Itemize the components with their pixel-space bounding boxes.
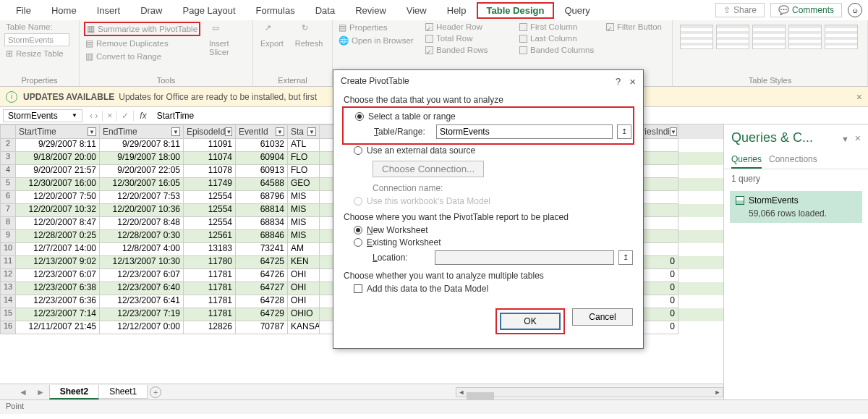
tab-query[interactable]: Query	[554, 2, 600, 19]
cell[interactable]: KEN	[288, 256, 320, 269]
cell[interactable]: 9/20/2007 22:05	[100, 165, 184, 178]
first-col-check[interactable]: First Column	[518, 22, 596, 32]
row-header[interactable]: 14	[0, 295, 16, 308]
cell[interactable]: 68846	[236, 230, 288, 243]
column-header[interactable]: Sta▼	[288, 124, 320, 139]
table-styles-gallery[interactable]	[677, 22, 863, 52]
row-header[interactable]: 16	[0, 321, 16, 334]
cell[interactable]: 60904	[236, 152, 288, 165]
table-range-input[interactable]	[436, 124, 613, 139]
cell[interactable]: 70787	[236, 321, 288, 334]
tab-help[interactable]: Help	[437, 2, 477, 19]
cell[interactable]: 9/19/2007 18:00	[100, 152, 184, 165]
cell[interactable]: 64728	[236, 295, 288, 308]
share-button[interactable]: ⇧Share	[715, 3, 765, 17]
cell[interactable]: 12/20/2007 8:48	[100, 217, 184, 230]
add-data-model-check[interactable]: Add this data to the Data Model	[354, 284, 633, 294]
cell[interactable]: OHI	[288, 295, 320, 308]
cell[interactable]: KANSAS	[288, 321, 320, 334]
tab-draw[interactable]: Draw	[130, 2, 172, 19]
cell[interactable]: 11781	[184, 282, 236, 295]
filter-dropdown-icon[interactable]: ▼	[225, 127, 232, 136]
cell[interactable]: 12554	[184, 191, 236, 204]
filter-dropdown-icon[interactable]: ▼	[88, 127, 96, 136]
cell[interactable]: 11781	[184, 308, 236, 321]
row-header[interactable]: 11	[0, 256, 16, 269]
cell[interactable]: 12/30/2007 16:00	[16, 178, 100, 191]
cell[interactable]: 64588	[236, 178, 288, 191]
total-row-check[interactable]: Total Row	[424, 33, 509, 43]
fx-cancel[interactable]: ×	[103, 111, 117, 121]
properties-button[interactable]: ▤Properties	[337, 22, 415, 33]
cell[interactable]: 11078	[184, 165, 236, 178]
cell[interactable]: 64729	[236, 308, 288, 321]
cell[interactable]: 12/23/2007 6:40	[100, 282, 184, 295]
namebox[interactable]: StormEvents▼	[3, 109, 82, 122]
dialog-help-button[interactable]: ?	[616, 76, 621, 87]
cell[interactable]: 11749	[184, 178, 236, 191]
select-all[interactable]	[0, 124, 16, 139]
banded-rows-check[interactable]: Banded Rows	[424, 45, 509, 55]
cell[interactable]: MIS	[288, 204, 320, 217]
cell[interactable]: OHIO	[288, 308, 320, 321]
scroll-left-icon[interactable]: ◄	[456, 389, 467, 396]
cell[interactable]: 12/11/2007 21:45	[16, 321, 100, 334]
cell[interactable]: 12554	[184, 217, 236, 230]
row-header[interactable]: 4	[0, 165, 16, 178]
row-header[interactable]: 8	[0, 217, 16, 230]
cell[interactable]: 11780	[184, 256, 236, 269]
sheet-add-button[interactable]: +	[150, 386, 161, 398]
cell[interactable]: 68834	[236, 217, 288, 230]
column-header[interactable]: EpisodeId▼	[184, 124, 236, 139]
radio-existing-worksheet[interactable]: Existing Worksheet	[354, 237, 633, 247]
cell[interactable]: MIS	[288, 217, 320, 230]
location-input[interactable]	[435, 250, 614, 265]
cell[interactable]: FLO	[288, 165, 320, 178]
cell[interactable]: 12/23/2007 6:07	[100, 269, 184, 282]
query-item[interactable]: StormEvents 59,066 rows loaded.	[730, 191, 862, 223]
cell[interactable]: 9/18/2007 20:00	[16, 152, 100, 165]
cell[interactable]: 12554	[184, 204, 236, 217]
cancel-button[interactable]: Cancel	[572, 308, 633, 326]
cell[interactable]: 12/30/2007 16:05	[100, 178, 184, 191]
row-header[interactable]: 7	[0, 204, 16, 217]
cell[interactable]: 12826	[184, 321, 236, 334]
tab-view[interactable]: View	[396, 2, 437, 19]
cell[interactable]: 12/23/2007 7:14	[16, 308, 100, 321]
row-header[interactable]: 3	[0, 152, 16, 165]
sheet-nav-next[interactable]: ►	[32, 387, 49, 397]
tab-review[interactable]: Review	[345, 2, 396, 19]
cell[interactable]: GEO	[288, 178, 320, 191]
cell[interactable]: 12/28/2007 0:30	[100, 230, 184, 243]
row-header[interactable]: 10	[0, 243, 16, 256]
cell[interactable]: 68796	[236, 191, 288, 204]
tab-data[interactable]: Data	[305, 2, 345, 19]
cell[interactable]: 12/7/2007 14:00	[16, 243, 100, 256]
filter-dropdown-icon[interactable]: ▼	[670, 127, 677, 136]
header-row-check[interactable]: Header Row	[424, 22, 509, 32]
tab-formulas[interactable]: Formulas	[246, 2, 305, 19]
queries-tab-connections[interactable]: Connections	[769, 151, 817, 169]
row-header[interactable]: 5	[0, 178, 16, 191]
tab-home[interactable]: Home	[41, 2, 87, 19]
cell[interactable]: OHI	[288, 282, 320, 295]
tab-file[interactable]: File	[6, 2, 41, 19]
cell[interactable]: 11781	[184, 269, 236, 282]
queries-tab-queries[interactable]: Queries	[731, 151, 762, 169]
cell[interactable]: 12/20/2007 7:53	[100, 191, 184, 204]
radio-external-source[interactable]: Use an external data source	[354, 145, 633, 156]
column-header[interactable]: EndTime▼	[100, 124, 184, 139]
resize-table-button[interactable]: ⊞Resize Table	[4, 48, 75, 59]
sheet-nav-prev[interactable]: ◄	[14, 387, 32, 397]
radio-select-table[interactable]: Select a table or range	[355, 111, 631, 122]
cell[interactable]: 12/23/2007 6:41	[100, 295, 184, 308]
dialog-close-button[interactable]: ×	[629, 75, 636, 88]
tab-table-design[interactable]: Table Design	[477, 2, 555, 19]
cell[interactable]: 12/23/2007 6:36	[16, 295, 100, 308]
filter-dropdown-icon[interactable]: ▼	[276, 127, 284, 136]
row-header[interactable]: 6	[0, 191, 16, 204]
convert-range-button[interactable]: ▥Convert to Range	[84, 51, 200, 62]
close-icon[interactable]: ×	[855, 132, 861, 144]
scroll-right-icon[interactable]: ►	[712, 389, 723, 396]
cell[interactable]: 12/13/2007 10:30	[100, 256, 184, 269]
